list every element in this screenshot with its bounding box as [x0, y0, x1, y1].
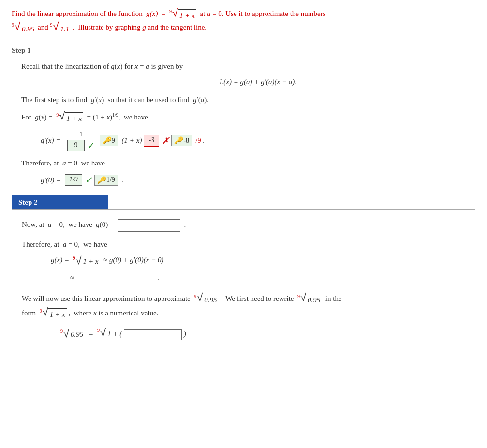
and-text: and	[38, 23, 48, 31]
radical-content-val2: 1.1	[59, 23, 71, 35]
radical-expr-val2: 9√1.1	[50, 21, 71, 35]
radical-index-1: 9	[169, 8, 172, 15]
exp-hint-text: /9	[194, 137, 201, 145]
den-key-value: 9	[112, 137, 115, 145]
radical-approx: 9√1 + x	[73, 255, 100, 266]
fraction-numerator: 1	[77, 130, 85, 139]
g0-answer-box[interactable]: 1/9	[65, 174, 82, 186]
step1-section: Step 1 Recall that the linearization of …	[12, 46, 475, 186]
radical-content-lhs: 0.95	[69, 330, 85, 339]
g0-correct-icon: ✓	[85, 175, 92, 185]
radical-content-val1: 0.95	[20, 23, 36, 35]
radical-content-val1-ref2: 0.95	[306, 294, 322, 307]
first-step-text: The first step is to find g′(x) so that …	[21, 94, 475, 106]
sqrt-equation-line: 9√0.95 = 9√1 + ( )	[60, 328, 465, 340]
fraction-denominator: 9 ✓	[65, 139, 97, 151]
g0-key-value: 1/9	[106, 176, 115, 184]
radical-val1-ref: 9√0.95	[194, 292, 218, 307]
period-1: .	[203, 136, 205, 145]
radical-content-gx: 1 + x	[65, 112, 83, 125]
radical-expr-1: 9√1 + x	[169, 8, 196, 21]
radical-index-lhs: 9	[60, 329, 63, 334]
g0-line: g′(0) = 1/9 ✓ 🔑 1/9 .	[41, 174, 475, 186]
period-2: .	[120, 176, 124, 184]
radical-val1-ref2: 9√0.95	[297, 292, 322, 307]
radical-form: 9√1 + x	[40, 307, 67, 321]
g0-label: g′(0) =	[41, 176, 63, 184]
exp-key-hint: 🔑 -8	[171, 135, 192, 146]
radical-gx: 9√1 + x	[56, 111, 83, 125]
approx-input-line: ≈ .	[70, 271, 465, 284]
radical-index-val1: 9	[12, 21, 14, 29]
linear-approx-input[interactable]	[77, 271, 154, 284]
step2-now-text: Now, at a = 0, we have g(0) = .	[22, 219, 465, 232]
approx-sym: ≈	[70, 274, 74, 282]
gx-approx-lhs: g(x) = 9√1 + x ≈ g(0) + g′(0)(x − 0)	[51, 255, 164, 266]
radical-index-val2: 9	[50, 21, 53, 29]
radical-index-gx: 9	[56, 111, 59, 119]
g0-value-input[interactable]	[118, 219, 180, 232]
eq-sign: =	[87, 330, 95, 338]
linearization-formula: L(x) = g(a) + g′(a)(x − a).	[41, 78, 475, 86]
x-value-input[interactable]	[124, 329, 182, 340]
radical-content-approx: 1 + x	[82, 257, 100, 266]
problem-statement: Find the linear approximation of the fun…	[12, 8, 475, 35]
key-icon-1: 🔑	[103, 136, 111, 145]
gprime-line: g′(x) = 1 9 ✓ 🔑 9 (1 + x) -3 ✗ 🔑 -8 /9 .	[41, 130, 475, 151]
g0-key-hint: 🔑 1/9	[94, 175, 118, 186]
radical-content-val1-ref: 0.95	[203, 294, 218, 307]
at-text: at a = 0. Use it to approximate the numb…	[198, 10, 326, 17]
radical-rhs: 9√1 + ( )	[97, 328, 188, 340]
step1-header: Step 1	[12, 46, 475, 55]
radical-index-val1-ref2: 9	[297, 292, 300, 300]
for-g-text: For g(x) = 9√1 + x = (1 + x)1/9, we have	[21, 111, 475, 125]
step2-use-approx-text: We will now use this linear approximatio…	[22, 292, 465, 321]
therefore-text-1: Therefore, at a = 0 we have	[21, 157, 475, 170]
radical-expr-val1: 9√0.95	[12, 21, 36, 35]
period-3: .	[157, 274, 159, 282]
exp-answer-box[interactable]: -3	[144, 135, 159, 147]
radical-content-1: 1 + x	[178, 9, 196, 21]
den-answer-box[interactable]: 9	[67, 140, 85, 151]
radical-index-val1-ref: 9	[194, 292, 196, 300]
radical-lhs: 9√0.95	[60, 329, 85, 339]
den-correct-icon: ✓	[88, 141, 95, 150]
step2-container: Now, at a = 0, we have g(0) = . Therefor…	[12, 209, 475, 354]
illustrate-text: . Illustrate by graphing g and the tange…	[73, 23, 207, 31]
exp-wrong-icon: ✗	[162, 135, 169, 146]
radical-index-rhs: 9	[97, 328, 100, 333]
step2-header: Step 2	[12, 195, 108, 209]
step2-therefore-text: Therefore, at a = 0, we have	[22, 239, 465, 251]
radical-content-form: 1 + x	[48, 308, 67, 321]
gprime-label: g′(x) =	[41, 136, 62, 145]
equals-sign: =	[160, 10, 167, 17]
function-notation: g(x)	[146, 10, 158, 17]
key-icon-2: 🔑	[174, 136, 182, 145]
radical-index-form: 9	[40, 307, 42, 315]
fraction-1: 1 9 ✓	[65, 130, 97, 151]
key-icon-3: 🔑	[97, 176, 105, 184]
radical-index-approx: 9	[73, 255, 75, 261]
radical-content-rhs: 1 + ( )	[106, 329, 188, 340]
base-expr: (1 + x)	[120, 136, 142, 145]
exp-key-value: -8	[183, 137, 189, 145]
den-key-hint: 🔑 9	[100, 135, 118, 146]
problem-intro: Find the linear approximation of the fun…	[12, 10, 145, 17]
recall-text-block: Recall that the linearization of g(x) fo…	[21, 60, 475, 73]
approx-line: g(x) = 9√1 + x ≈ g(0) + g′(0)(x − 0)	[51, 255, 465, 266]
